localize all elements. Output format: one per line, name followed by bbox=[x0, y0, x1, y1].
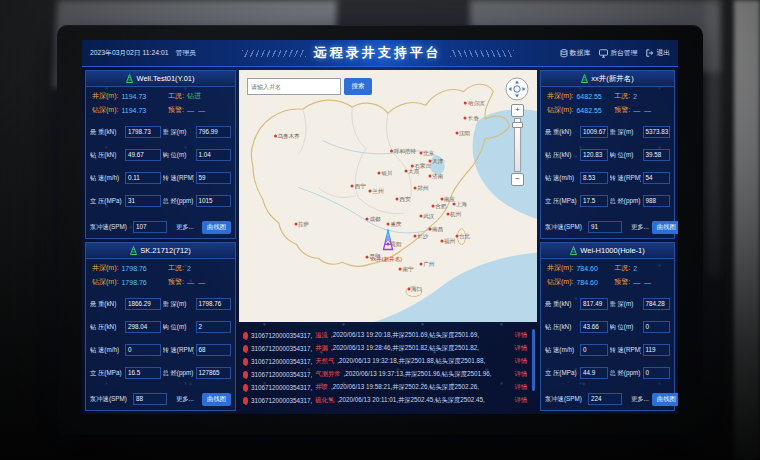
nav-database-button[interactable]: 数据库 bbox=[560, 48, 590, 58]
work-value: 2 bbox=[633, 265, 637, 272]
well-name: Well.Test01(Y.01) bbox=[136, 74, 194, 83]
bit-depth-label: 钻深(m): bbox=[547, 105, 573, 115]
bit-depth-label: 钻深(m): bbox=[547, 277, 573, 287]
nav-label: 退出 bbox=[656, 48, 670, 58]
city-dot-icon bbox=[274, 134, 277, 137]
alarm-row: 31067120000354317,硫化氢,2020/06/13 20:11:0… bbox=[243, 396, 527, 405]
more-link[interactable]: 更多... bbox=[631, 395, 649, 404]
alarm-id: 31067120000354317, bbox=[251, 384, 312, 391]
city-dot-icon bbox=[419, 215, 422, 218]
chart-button[interactable]: 曲线图 bbox=[652, 393, 678, 406]
alarm-detail-link[interactable]: 详情 bbox=[514, 357, 527, 366]
nav-console-button[interactable]: 后台管理 bbox=[599, 48, 637, 58]
metrics-grid: 悬 重(kN)1798.73垂 深(m)796.99钻 压(kN)49.67钩 … bbox=[86, 115, 235, 218]
well-name: SK.21712(712) bbox=[140, 246, 190, 255]
metric-value: 988 bbox=[643, 195, 671, 207]
map-city-label: 郑州 bbox=[413, 185, 428, 192]
more-link[interactable]: 更多... bbox=[176, 395, 194, 404]
metric-label: 悬 重(kN) bbox=[545, 128, 578, 137]
alarm-id: 31067120000354317, bbox=[251, 332, 312, 339]
alarm-detail-text: ,2020/06/13 19:58:21,井深2502.26,钻头深度2502.… bbox=[331, 383, 479, 392]
search-button[interactable]: 搜索 bbox=[344, 78, 372, 95]
map-city-label: 西安 bbox=[395, 195, 410, 202]
alarm-detail-link[interactable]: 详情 bbox=[514, 396, 527, 405]
zoom-in-button[interactable]: + bbox=[511, 104, 524, 117]
alarm-detail-text: ,2020/06/13 19:28:46,井深2501.82,钻头深度2501.… bbox=[331, 344, 479, 353]
alarm-bell-icon bbox=[243, 384, 248, 391]
metric-value: 796.99 bbox=[196, 126, 232, 138]
city-dot-icon bbox=[366, 255, 369, 258]
city-dot-icon bbox=[464, 116, 467, 119]
metrics-grid: 悬 重(kN)1009.67垂 深(m)5373.83钻 压(kN)120.83… bbox=[541, 115, 674, 218]
chart-button[interactable]: 曲线图 bbox=[202, 221, 231, 234]
city-dot-icon bbox=[428, 227, 431, 230]
city-dot-icon bbox=[366, 217, 369, 220]
top-bar-center: 远程录井支持平台 bbox=[202, 44, 554, 62]
map-city-label: 广州 bbox=[419, 261, 434, 268]
metric-label: 悬 重(kN) bbox=[90, 300, 123, 309]
metric-label: 钻 速(m/h) bbox=[90, 346, 123, 355]
metric-row: 钻 速(m/h)0转 速(RPM)68 bbox=[90, 344, 231, 356]
metric-value: 8.53 bbox=[580, 172, 608, 184]
map-city-label: 重庆 bbox=[386, 220, 401, 227]
alarm-bell-icon bbox=[243, 358, 248, 365]
alarm-detail-link[interactable]: 详情 bbox=[514, 370, 527, 379]
map-city-label: 长春 bbox=[464, 114, 479, 121]
metric-value: 49.67 bbox=[125, 149, 161, 161]
map-city-label: 南宁 bbox=[398, 266, 413, 273]
alarm-scrollbar[interactable] bbox=[532, 329, 535, 391]
bit-depth-value: 1194.73 bbox=[121, 107, 146, 114]
zoom-track[interactable] bbox=[514, 118, 521, 172]
logout-icon bbox=[646, 49, 654, 57]
search-input[interactable] bbox=[247, 78, 341, 95]
well-marker-icon[interactable] bbox=[381, 229, 395, 255]
work-value: 2 bbox=[633, 93, 637, 100]
more-link[interactable]: 更多... bbox=[631, 223, 649, 232]
city-dot-icon bbox=[386, 222, 389, 225]
page-title: 远程录井支持平台 bbox=[314, 44, 442, 62]
depth-value: 1194.73 bbox=[121, 93, 146, 100]
user-role: 管理员 bbox=[175, 48, 195, 58]
city-dot-icon bbox=[419, 263, 422, 266]
panel-footer: 泵冲速(SPM) 88 更多... 曲线图 bbox=[86, 390, 235, 410]
alarm-detail-link[interactable]: 详情 bbox=[514, 383, 527, 392]
metric-value: 120.83 bbox=[580, 149, 608, 161]
pump-label: 泵冲速(SPM) bbox=[90, 223, 130, 232]
depth-label: 井深(m): bbox=[92, 263, 118, 273]
more-link[interactable]: 更多... bbox=[176, 223, 194, 232]
work-label: 工况: bbox=[168, 263, 184, 273]
chart-button[interactable]: 曲线图 bbox=[652, 221, 678, 234]
alarm-detail-link[interactable]: 详情 bbox=[514, 331, 527, 340]
scene: 2023年03月02日 11:24:01 管理员 远程录井支持平台 数据库后台管… bbox=[0, 0, 760, 460]
chart-button[interactable]: 曲线图 bbox=[202, 393, 231, 406]
metric-row: 立 压(MPa)17.5总 烃(ppm)988 bbox=[545, 195, 670, 207]
well-panel-header: SK.21712(712) bbox=[86, 243, 235, 259]
zoom-out-button[interactable]: − bbox=[511, 173, 524, 186]
panel-footer: 泵冲速(SPM) 107 更多... 曲线图 bbox=[86, 218, 235, 238]
rig-icon bbox=[570, 246, 577, 256]
zoom-knob[interactable] bbox=[512, 122, 523, 128]
alarm-detail-link[interactable]: 详情 bbox=[514, 344, 527, 353]
alarm-detail-text: ,2020/06/13 19:37:13,井深2501.96,钻头深度2501.… bbox=[343, 370, 491, 379]
metric-value: 817.49 bbox=[580, 298, 608, 310]
metric-label: 悬 重(kN) bbox=[90, 128, 123, 137]
bit-depth-value: 6482.55 bbox=[576, 107, 601, 114]
map-canvas[interactable]: 搜索 bbox=[239, 70, 537, 322]
map-city-label: 银川 bbox=[378, 170, 393, 177]
map-city-label: 南昌 bbox=[428, 225, 443, 232]
bit-depth-row: 钻深(m):784.60 预警:— — bbox=[541, 273, 674, 287]
metric-value: 119 bbox=[643, 344, 671, 356]
dashboard-screen: 2023年03月02日 11:24:01 管理员 远程录井支持平台 数据库后台管… bbox=[82, 40, 678, 414]
alarm-id: 31067120000354317, bbox=[251, 345, 312, 352]
metric-row: 钻 压(kN)120.83钩 位(m)39.58 bbox=[545, 149, 670, 161]
metric-value: 1009.67 bbox=[580, 126, 608, 138]
city-dot-icon bbox=[294, 222, 297, 225]
metric-value: 16.5 bbox=[125, 367, 161, 379]
nav-logout-button[interactable]: 退出 bbox=[646, 48, 670, 58]
alarm-row: 31067120000354317,井喷,2020/06/13 19:58:21… bbox=[243, 383, 527, 392]
well-name: Wei-H1000(Hole-1) bbox=[580, 246, 644, 255]
city-dot-icon bbox=[351, 184, 354, 187]
map-city-label: 福州 bbox=[440, 238, 455, 245]
map-pan-control[interactable] bbox=[505, 77, 529, 101]
bit-depth-row: 钻深(m):1194.73 预警:— — bbox=[86, 101, 235, 115]
